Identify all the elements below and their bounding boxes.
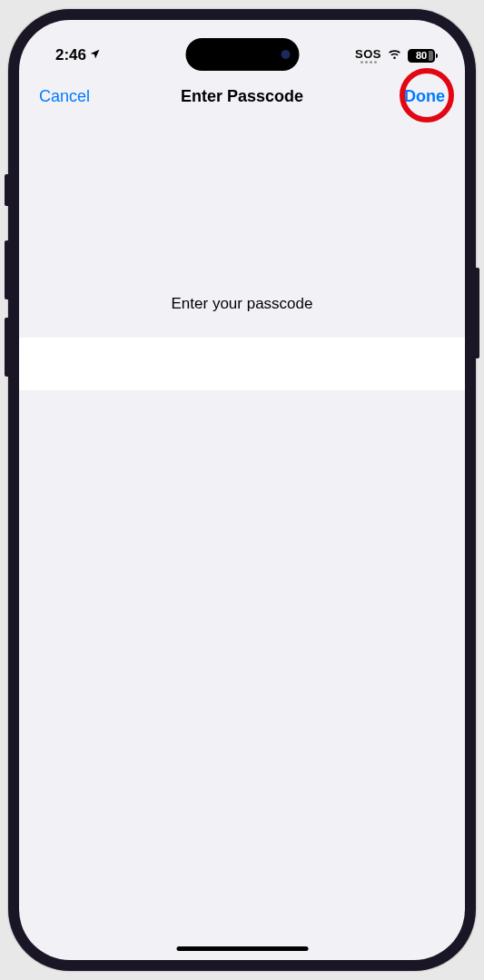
- signal-dots: [361, 61, 377, 64]
- wifi-icon: [387, 48, 402, 63]
- passcode-prompt: Enter your passcode: [19, 295, 465, 313]
- battery-level: 80: [416, 50, 427, 61]
- page-title: Enter Passcode: [181, 87, 303, 106]
- dynamic-island: [185, 38, 299, 71]
- phone-frame: 2:46 SOS: [8, 9, 476, 971]
- status-right: SOS 80: [355, 48, 438, 64]
- sos-label: SOS: [355, 48, 381, 60]
- battery-indicator: 80: [408, 49, 438, 63]
- passcode-input[interactable]: [19, 338, 465, 390]
- silent-switch: [5, 174, 8, 206]
- phone-screen: 2:46 SOS: [19, 20, 465, 960]
- power-button: [476, 268, 479, 358]
- navigation-bar: Cancel Enter Passcode Done: [19, 74, 465, 118]
- status-time-container: 2:46: [55, 46, 101, 64]
- sos-indicator: SOS: [355, 48, 381, 64]
- status-time: 2:46: [55, 46, 86, 64]
- content-area: Enter your passcode: [19, 118, 465, 390]
- volume-up-button: [5, 240, 8, 299]
- location-icon: [89, 48, 101, 63]
- home-indicator[interactable]: [176, 946, 308, 951]
- done-button[interactable]: Done: [404, 87, 445, 106]
- camera-dot: [281, 50, 290, 59]
- cancel-button[interactable]: Cancel: [39, 87, 90, 106]
- volume-down-button: [5, 318, 8, 377]
